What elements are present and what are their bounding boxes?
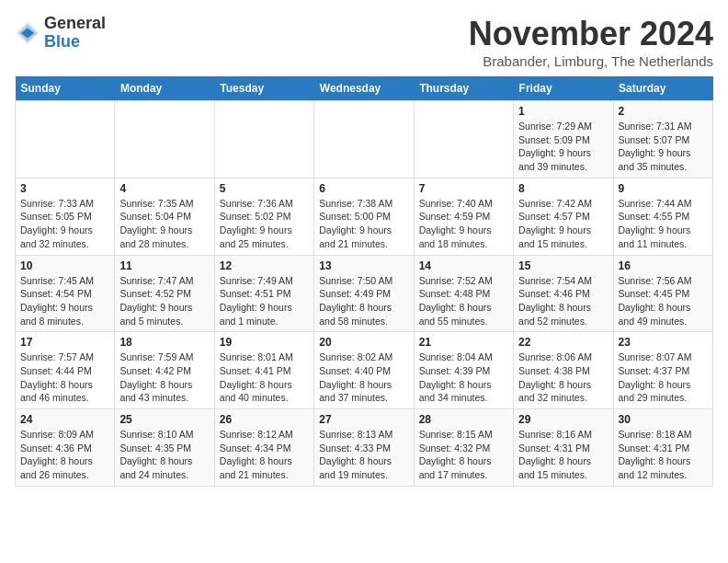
day-cell: 12Sunrise: 7:49 AM Sunset: 4:51 PM Dayli…: [214, 255, 313, 332]
day-number: 12: [220, 259, 309, 272]
header-day-saturday: Saturday: [613, 76, 712, 101]
day-info: Sunrise: 7:42 AM Sunset: 4:57 PM Dayligh…: [518, 197, 608, 251]
day-number: 21: [419, 336, 508, 349]
header-day-friday: Friday: [514, 76, 613, 101]
header-day-wednesday: Wednesday: [314, 76, 414, 101]
day-cell: 22Sunrise: 8:06 AM Sunset: 4:38 PM Dayli…: [514, 332, 613, 409]
week-row-5: 24Sunrise: 8:09 AM Sunset: 4:36 PM Dayli…: [16, 409, 713, 487]
day-cell: 2Sunrise: 7:31 AM Sunset: 5:07 PM Daylig…: [613, 101, 712, 178]
day-cell: [115, 101, 214, 178]
header-day-tuesday: Tuesday: [214, 76, 313, 101]
day-cell: 11Sunrise: 7:47 AM Sunset: 4:52 PM Dayli…: [115, 255, 214, 332]
day-number: 20: [319, 336, 408, 349]
location-subtitle: Brabander, Limburg, The Netherlands: [469, 53, 713, 69]
day-cell: 25Sunrise: 8:10 AM Sunset: 4:35 PM Dayli…: [115, 409, 214, 487]
day-info: Sunrise: 7:59 AM Sunset: 4:42 PM Dayligh…: [119, 350, 209, 405]
day-info: Sunrise: 7:40 AM Sunset: 4:59 PM Dayligh…: [419, 197, 508, 251]
day-info: Sunrise: 7:47 AM Sunset: 4:52 PM Dayligh…: [119, 274, 209, 328]
week-row-1: 1Sunrise: 7:29 AM Sunset: 5:09 PM Daylig…: [16, 101, 713, 178]
day-number: 8: [518, 182, 608, 195]
header-row: SundayMondayTuesdayWednesdayThursdayFrid…: [16, 76, 713, 101]
day-cell: 16Sunrise: 7:56 AM Sunset: 4:45 PM Dayli…: [613, 255, 712, 332]
day-number: 10: [20, 259, 109, 272]
day-cell: [314, 101, 414, 178]
day-info: Sunrise: 8:07 AM Sunset: 4:37 PM Dayligh…: [619, 350, 708, 405]
logo-general-text: General: [44, 15, 106, 33]
day-info: Sunrise: 8:06 AM Sunset: 4:38 PM Dayligh…: [518, 350, 608, 405]
day-info: Sunrise: 8:09 AM Sunset: 4:36 PM Dayligh…: [20, 428, 109, 482]
day-cell: 20Sunrise: 8:02 AM Sunset: 4:40 PM Dayli…: [314, 332, 414, 409]
day-number: 9: [619, 182, 708, 195]
day-cell: [214, 101, 313, 178]
day-info: Sunrise: 8:02 AM Sunset: 4:40 PM Dayligh…: [319, 350, 408, 405]
day-number: 15: [518, 259, 608, 272]
day-info: Sunrise: 7:36 AM Sunset: 5:02 PM Dayligh…: [220, 197, 309, 251]
day-number: 16: [619, 259, 708, 272]
day-cell: 4Sunrise: 7:35 AM Sunset: 5:04 PM Daylig…: [115, 178, 214, 255]
day-info: Sunrise: 7:31 AM Sunset: 5:07 PM Dayligh…: [619, 120, 708, 174]
day-info: Sunrise: 7:54 AM Sunset: 4:46 PM Dayligh…: [518, 274, 608, 328]
day-cell: 7Sunrise: 7:40 AM Sunset: 4:59 PM Daylig…: [414, 178, 513, 255]
header-day-monday: Monday: [115, 76, 214, 101]
week-row-2: 3Sunrise: 7:33 AM Sunset: 5:05 PM Daylig…: [16, 178, 713, 255]
day-number: 22: [518, 336, 608, 349]
day-number: 14: [419, 259, 508, 272]
day-cell: 23Sunrise: 8:07 AM Sunset: 4:37 PM Dayli…: [613, 332, 712, 409]
day-cell: 6Sunrise: 7:38 AM Sunset: 5:00 PM Daylig…: [314, 178, 414, 255]
day-number: 28: [419, 413, 508, 426]
day-number: 30: [619, 413, 708, 426]
day-number: 7: [419, 182, 508, 195]
month-title: November 2024: [469, 15, 713, 53]
day-number: 26: [220, 413, 309, 426]
logo-icon: [15, 20, 40, 46]
logo-text: General Blue: [44, 15, 106, 52]
day-cell: 28Sunrise: 8:15 AM Sunset: 4:32 PM Dayli…: [414, 409, 513, 487]
day-cell: 10Sunrise: 7:45 AM Sunset: 4:54 PM Dayli…: [16, 255, 115, 332]
day-info: Sunrise: 7:52 AM Sunset: 4:48 PM Dayligh…: [419, 274, 508, 328]
day-cell: 19Sunrise: 8:01 AM Sunset: 4:41 PM Dayli…: [214, 332, 313, 409]
week-row-3: 10Sunrise: 7:45 AM Sunset: 4:54 PM Dayli…: [16, 255, 713, 332]
day-number: 19: [220, 336, 309, 349]
day-cell: 8Sunrise: 7:42 AM Sunset: 4:57 PM Daylig…: [514, 178, 613, 255]
day-cell: 3Sunrise: 7:33 AM Sunset: 5:05 PM Daylig…: [16, 178, 115, 255]
day-info: Sunrise: 7:45 AM Sunset: 4:54 PM Dayligh…: [20, 274, 109, 328]
day-cell: [414, 101, 513, 178]
day-cell: 27Sunrise: 8:13 AM Sunset: 4:33 PM Dayli…: [314, 409, 414, 487]
day-info: Sunrise: 7:57 AM Sunset: 4:44 PM Dayligh…: [20, 350, 109, 405]
day-info: Sunrise: 8:04 AM Sunset: 4:39 PM Dayligh…: [419, 350, 508, 405]
day-number: 17: [20, 336, 109, 349]
day-info: Sunrise: 7:35 AM Sunset: 5:04 PM Dayligh…: [119, 197, 209, 251]
day-cell: 24Sunrise: 8:09 AM Sunset: 4:36 PM Dayli…: [16, 409, 115, 487]
day-number: 13: [319, 259, 408, 272]
day-cell: 13Sunrise: 7:50 AM Sunset: 4:49 PM Dayli…: [314, 255, 414, 332]
day-info: Sunrise: 8:16 AM Sunset: 4:31 PM Dayligh…: [518, 428, 608, 482]
day-number: 23: [619, 336, 708, 349]
day-number: 4: [119, 182, 209, 195]
week-row-4: 17Sunrise: 7:57 AM Sunset: 4:44 PM Dayli…: [16, 332, 713, 409]
day-cell: 1Sunrise: 7:29 AM Sunset: 5:09 PM Daylig…: [514, 101, 613, 178]
day-number: 11: [119, 259, 209, 272]
day-cell: 29Sunrise: 8:16 AM Sunset: 4:31 PM Dayli…: [514, 409, 613, 487]
day-info: Sunrise: 8:01 AM Sunset: 4:41 PM Dayligh…: [220, 350, 309, 405]
day-number: 1: [518, 105, 608, 118]
day-info: Sunrise: 7:38 AM Sunset: 5:00 PM Dayligh…: [319, 197, 408, 251]
day-cell: 21Sunrise: 8:04 AM Sunset: 4:39 PM Dayli…: [414, 332, 513, 409]
day-cell: [16, 101, 115, 178]
day-number: 2: [619, 105, 708, 118]
day-cell: 17Sunrise: 7:57 AM Sunset: 4:44 PM Dayli…: [16, 332, 115, 409]
day-info: Sunrise: 7:50 AM Sunset: 4:49 PM Dayligh…: [319, 274, 408, 328]
day-cell: 15Sunrise: 7:54 AM Sunset: 4:46 PM Dayli…: [514, 255, 613, 332]
calendar-table: SundayMondayTuesdayWednesdayThursdayFrid…: [15, 76, 713, 487]
day-number: 5: [220, 182, 309, 195]
title-block: November 2024 Brabander, Limburg, The Ne…: [469, 15, 713, 69]
header-day-sunday: Sunday: [16, 76, 115, 101]
day-info: Sunrise: 7:33 AM Sunset: 5:05 PM Dayligh…: [20, 197, 109, 251]
calendar-header: SundayMondayTuesdayWednesdayThursdayFrid…: [16, 76, 713, 101]
day-cell: 18Sunrise: 7:59 AM Sunset: 4:42 PM Dayli…: [115, 332, 214, 409]
day-number: 27: [319, 413, 408, 426]
page-header: General Blue November 2024 Brabander, Li…: [15, 15, 713, 69]
day-info: Sunrise: 8:13 AM Sunset: 4:33 PM Dayligh…: [319, 428, 408, 482]
day-info: Sunrise: 8:12 AM Sunset: 4:34 PM Dayligh…: [220, 428, 309, 482]
day-info: Sunrise: 7:49 AM Sunset: 4:51 PM Dayligh…: [220, 274, 309, 328]
logo-blue-text: Blue: [44, 33, 106, 52]
